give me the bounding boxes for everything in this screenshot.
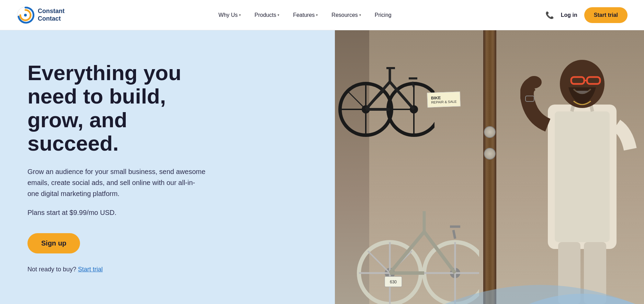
- logo-text: Constant Contact: [38, 8, 65, 22]
- pillar-medallion-2: [484, 148, 496, 160]
- hero-subtext: Grow an audience for your small business…: [27, 166, 206, 199]
- nav-item-pricing[interactable]: Pricing: [369, 9, 397, 21]
- svg-line-40: [453, 230, 455, 239]
- hero-image-area: BIKE REPAIR & SALE: [258, 30, 644, 304]
- hero-price: Plans start at $9.99/mo USD.: [27, 209, 206, 217]
- wall-note: BIKE REPAIR & SALE: [427, 91, 461, 107]
- login-link[interactable]: Log in: [561, 12, 577, 18]
- chevron-down-icon: ▾: [239, 13, 241, 17]
- header: Constant Contact Why Us ▾ Products ▾ Fea…: [0, 0, 644, 30]
- signup-button[interactable]: Sign up: [27, 233, 80, 253]
- svg-point-1: [24, 14, 27, 17]
- nav-item-why-us[interactable]: Why Us ▾: [213, 9, 246, 21]
- svg-text:630: 630: [390, 280, 397, 284]
- nav-item-products[interactable]: Products ▾: [249, 9, 285, 21]
- chevron-down-icon: ▾: [278, 13, 279, 17]
- pillar-medallion: [484, 126, 496, 138]
- nav-item-resources[interactable]: Resources ▾: [326, 9, 366, 21]
- chevron-down-icon: ▾: [316, 13, 318, 17]
- hero-content: Everything you need to build, grow, and …: [0, 34, 234, 301]
- start-trial-link[interactable]: Start trial: [78, 266, 103, 273]
- not-ready-text: Not ready to buy? Start trial: [27, 266, 206, 273]
- logo-icon: [16, 6, 34, 24]
- header-right: 📞 Log in Start trial: [545, 7, 628, 23]
- main-nav: Why Us ▾ Products ▾ Features ▾ Resources…: [213, 9, 397, 21]
- svg-rect-55: [526, 96, 534, 101]
- svg-line-8: [348, 91, 366, 109]
- svg-line-28: [368, 251, 390, 273]
- bike-1-svg: [338, 41, 434, 144]
- start-trial-button[interactable]: Start trial: [584, 7, 628, 23]
- chevron-down-icon: ▾: [359, 13, 361, 17]
- hero-section: Everything you need to build, grow, and …: [0, 30, 644, 304]
- hero-heading: Everything you need to build, grow, and …: [27, 61, 206, 155]
- hero-photo: BIKE REPAIR & SALE: [258, 30, 644, 304]
- svg-rect-45: [555, 111, 610, 242]
- phone-icon[interactable]: 📞: [545, 11, 554, 19]
- blue-curve: [445, 242, 644, 304]
- logo[interactable]: Constant Contact: [16, 6, 65, 24]
- nav-item-features[interactable]: Features ▾: [287, 9, 323, 21]
- svg-point-52: [527, 76, 542, 88]
